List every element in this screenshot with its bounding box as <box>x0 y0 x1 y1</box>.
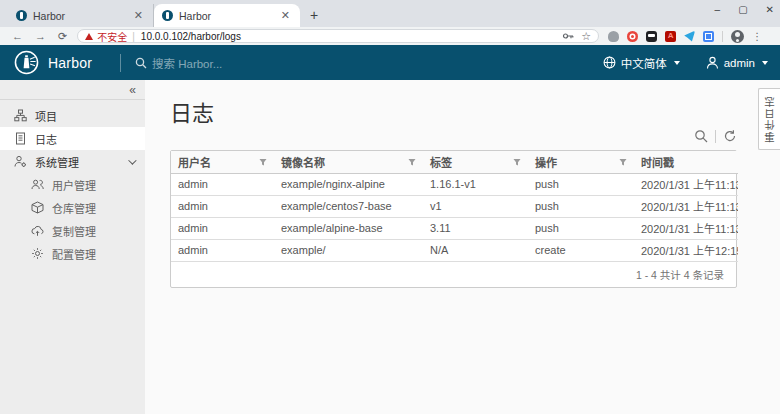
user-menu[interactable]: admin <box>706 56 768 69</box>
window-close-button[interactable]: ✕ <box>766 4 774 15</box>
language-label: 中文简体 <box>621 55 667 71</box>
table-search-icon[interactable] <box>694 129 708 143</box>
column-operation[interactable]: 操作 <box>528 151 634 173</box>
chevron-down-icon <box>674 61 680 65</box>
window-maximize-button[interactable]: ▢ <box>738 4 747 15</box>
back-icon[interactable]: ← <box>12 30 23 42</box>
harbor-logo-icon <box>14 50 39 75</box>
filter-icon[interactable] <box>259 158 267 166</box>
browser-toolbar: ← → ⟳ 不安全 | 10.0.0.102/harbor/logs ☆ ⋮ <box>0 27 780 45</box>
table-row[interactable]: adminexample/centos7-basev1push2020/1/31… <box>171 195 738 217</box>
window-minimize-button[interactable]: – <box>715 4 721 15</box>
tab-close-icon[interactable]: ✕ <box>279 9 292 22</box>
table-cell: admin <box>171 217 274 239</box>
profile-avatar[interactable] <box>731 30 744 43</box>
sidebar-item-label: 日志 <box>35 131 57 147</box>
table-row[interactable]: adminexample/alpine-base3.11push2020/1/3… <box>171 217 738 239</box>
page-title: 日志 <box>170 95 214 127</box>
sidebar-collapse-button[interactable]: « <box>129 83 136 97</box>
global-search[interactable]: 搜索 Harbor... <box>135 55 603 71</box>
security-warning-label[interactable]: 不安全 <box>97 29 127 44</box>
table-cell: admin <box>171 173 274 195</box>
sidebar-item-configuration-management[interactable]: 配置管理 <box>0 242 145 265</box>
event-log-side-tab[interactable]: 事件日志 <box>758 88 780 150</box>
harbor-favicon <box>16 10 27 21</box>
sidebar-item-repo-management[interactable]: 仓库管理 <box>0 196 145 219</box>
filter-icon[interactable] <box>513 158 521 166</box>
sidebar-item-label: 项目 <box>35 108 57 124</box>
table-row[interactable]: adminexample/N/Acreate2020/1/31 上午12:15 <box>171 239 738 261</box>
sidebar-item-logs[interactable]: 日志 <box>0 127 145 150</box>
log-table-body: adminexample/nginx-alpine1.16.1-v1push20… <box>171 173 738 261</box>
repository-icon <box>31 201 44 214</box>
table-cell: create <box>528 239 634 261</box>
table-cell: 2020/1/31 上午11:13 <box>634 195 738 217</box>
password-key-icon[interactable] <box>562 30 574 42</box>
table-cell: v1 <box>423 195 528 217</box>
table-cell: admin <box>171 239 274 261</box>
table-cell: push <box>528 217 634 239</box>
tab-title: Harbor <box>33 10 132 22</box>
table-cell: 2020/1/31 上午11:13 <box>634 173 738 195</box>
table-cell: 1.16.1-v1 <box>423 173 528 195</box>
new-tab-button[interactable]: + <box>310 7 318 23</box>
logs-datagrid: 用户名 镜像名称 标签 操作 时间戳 adminexample/nginx-al… <box>170 150 737 288</box>
users-icon <box>31 178 44 191</box>
search-icon <box>135 57 147 69</box>
pagination-summary: 1 - 4 共计 4 条记录 <box>636 267 724 282</box>
table-cell: admin <box>171 195 274 217</box>
forward-icon[interactable]: → <box>35 30 46 42</box>
column-image-name[interactable]: 镜像名称 <box>274 151 423 173</box>
chevron-down-icon <box>762 61 768 65</box>
extension-pdf-icon[interactable] <box>665 31 676 42</box>
brand-title[interactable]: Harbor <box>48 55 92 71</box>
browser-tabbar: Harbor ✕ Harbor ✕ + – ▢ ✕ <box>0 0 780 27</box>
warning-triangle-icon <box>85 33 93 40</box>
column-tag[interactable]: 标签 <box>423 151 528 173</box>
user-icon <box>706 56 719 69</box>
sidebar-item-replication-management[interactable]: 复制管理 <box>0 219 145 242</box>
table-row[interactable]: adminexample/nginx-alpine1.16.1-v1push20… <box>171 173 738 195</box>
tab-close-icon[interactable]: ✕ <box>132 9 145 22</box>
bookmark-star-icon[interactable]: ☆ <box>581 30 591 43</box>
table-cell: push <box>528 195 634 217</box>
table-cell: 2020/1/31 上午12:15 <box>634 239 738 261</box>
filter-icon[interactable] <box>619 158 627 166</box>
column-username[interactable]: 用户名 <box>171 151 274 173</box>
chrome-menu-icon[interactable]: ⋮ <box>752 31 762 42</box>
sidebar-item-projects[interactable]: 项目 <box>0 104 145 127</box>
search-placeholder: 搜索 Harbor... <box>152 55 222 71</box>
username-label: admin <box>724 57 755 69</box>
refresh-icon[interactable] <box>723 129 737 143</box>
extension-icon-2[interactable] <box>627 31 638 42</box>
extension-translate-icon[interactable] <box>703 31 714 42</box>
address-bar[interactable]: 不安全 | 10.0.0.102/harbor/logs ☆ <box>77 29 599 43</box>
browser-tab-1[interactable]: Harbor ✕ <box>8 4 154 27</box>
chevron-down-icon <box>128 156 136 164</box>
projects-icon <box>14 109 27 122</box>
table-cell: push <box>528 173 634 195</box>
reload-icon[interactable]: ⟳ <box>58 30 67 43</box>
extension-icon-1[interactable] <box>608 31 619 42</box>
harbor-header: Harbor 搜索 Harbor... 中文简体 admin <box>0 45 780 80</box>
sidebar-item-system-admin[interactable]: 系统管理 <box>0 150 145 173</box>
url-text[interactable]: 10.0.0.102/harbor/logs <box>141 31 563 42</box>
sidebar: « 项目 日志 系统管理 <box>0 80 145 414</box>
language-menu[interactable]: 中文简体 <box>603 55 680 71</box>
admin-icon <box>14 155 27 168</box>
sidebar-item-label: 用户管理 <box>52 177 96 193</box>
table-cell: 3.11 <box>423 217 528 239</box>
table-header-row: 用户名 镜像名称 标签 操作 时间戳 <box>171 151 738 173</box>
table-cell: example/nginx-alpine <box>274 173 423 195</box>
column-timestamp[interactable]: 时间戳 <box>634 151 738 173</box>
sidebar-item-user-management[interactable]: 用户管理 <box>0 173 145 196</box>
browser-tab-2-active[interactable]: Harbor ✕ <box>154 4 300 27</box>
sidebar-item-label: 系统管理 <box>35 154 79 170</box>
extension-icon-5[interactable] <box>684 31 695 42</box>
tab-title: Harbor <box>179 10 279 22</box>
table-cell: example/ <box>274 239 423 261</box>
filter-icon[interactable] <box>408 158 416 166</box>
extension-icon-3[interactable] <box>646 31 657 42</box>
sidebar-item-label: 配置管理 <box>52 246 96 262</box>
table-cell: N/A <box>423 239 528 261</box>
